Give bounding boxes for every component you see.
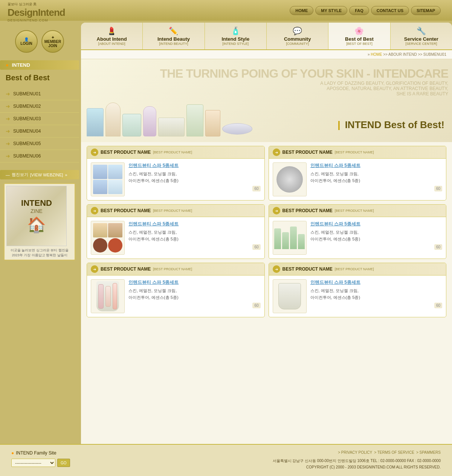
breadcrumb-home[interactable]: HOME	[371, 52, 382, 57]
login-button[interactable]: 👤 LOGIN	[15, 30, 38, 53]
footer-copyright: COPYRIGHT (C) 2000 - 2003 DESIGNINTEND.C…	[273, 464, 441, 470]
product-count-1: 60	[252, 186, 260, 191]
product-name-1[interactable]: 인텐드뷰티 스파 5종세트	[128, 162, 261, 169]
nav-btn-home[interactable]: HOME	[290, 6, 313, 15]
webzine-zine: ZINE	[31, 208, 43, 214]
footer-address-text: 서울특별시 강남구 신사동 000-00번지 인텐드빌딩 1006호 TEL :…	[273, 458, 441, 464]
tab-intend-beauty[interactable]: ✏️ Intend Beauty [INTEND BEAUTY]	[143, 23, 205, 49]
logo-intend: Intend	[38, 7, 65, 18]
tab-name-service: Service Center	[392, 36, 450, 42]
sidebar-menu-item-1[interactable]: ➜ SUBMENU01	[0, 88, 79, 100]
product-body-2: 인텐드뷰티 스파 5종세트 스킨, 에멀전, 모닝젤 크림,아이컨투어, 에센스…	[269, 159, 446, 200]
arrow-icon-5: ➜	[6, 141, 10, 147]
nav-tabs: 💄 About Intend [ABOUT INTEND] ✏️ Intend …	[81, 23, 452, 50]
webzine-image: INTEND ZINE 🏠	[6, 186, 67, 246]
menu-label-6: SUBMENU06	[13, 153, 41, 159]
sidebar-menu-item-6[interactable]: ➜ SUBMENU06	[0, 150, 79, 162]
nav-btn-faq[interactable]: FAQ	[349, 6, 369, 15]
tab-name-style: Intend Style	[207, 36, 264, 42]
member-join-button[interactable]: ✦ MEMBER JOIN	[41, 30, 64, 53]
product-body-3: 인텐드뷰티 스파 5종세트 스킨, 에멀전, 모닝젤 크림,아이컨투어, 에센스…	[87, 217, 264, 259]
tab-intend-style[interactable]: 🧴 Intend Style [INTEND STYLE]	[205, 23, 267, 49]
product-body-5: 인텐드뷰티 스파 5종세트 스킨, 에멀전, 모닝젤 크림,아이컨투어, 에센스…	[87, 275, 264, 317]
products-section: ➜ BEST PRODUCT NAME [BEST PRODUCT NAME]	[81, 142, 452, 321]
hero-title-text: INTEND Best of Best!	[345, 119, 444, 130]
footer-family-title: ● INTEND Family Site	[11, 450, 70, 456]
tab-sub-best: [BEST OF BEST]	[330, 42, 388, 46]
product-thumb-3	[91, 221, 125, 255]
product-title-main-3: BEST PRODUCT NAME	[101, 208, 151, 213]
nav-btn-contact[interactable]: CONTACT US	[371, 6, 409, 15]
menu-label-3: SUBMENU03	[13, 116, 41, 121]
member-label: MEMBER	[44, 40, 61, 44]
product-info-2: 인텐드뷰티 스파 5종세트 스킨, 에멀전, 모닝젤 크림,아이컨투어, 에센스…	[310, 162, 443, 196]
tab-name-beauty: Intend Beauty	[145, 36, 202, 42]
footer-right: PRIVACY POLICY TERMS OF SERVICE SPAMMERS…	[273, 450, 441, 470]
product-card-2: ➜ BEST PRODUCT NAME [BEST PRODUCT NAME] …	[269, 146, 447, 201]
menu-label-4: SUBMENU04	[13, 129, 41, 134]
sidebar-menu-item-5[interactable]: ➜ SUBMENU05	[0, 138, 79, 150]
webzine-label: 웹진보기	[12, 172, 28, 178]
product-name-6[interactable]: 인텐드뷰티 스파 5종세트	[310, 279, 443, 286]
top-navigation: 꽃보다 싱그러운 美 DesignIntend DESIGNINTEND.COM…	[0, 0, 452, 21]
footer: ● INTEND Family Site -------------------…	[0, 444, 452, 476]
product-card-3: ➜ BEST PRODUCT NAME [BEST PRODUCT NAME] …	[87, 204, 265, 259]
arrow-circle-5: ➜	[91, 265, 98, 273]
sidebar-menu-item-3[interactable]: ➜ SUBMENU03	[0, 113, 79, 125]
sidebar-section-subtitle: Best of Best	[0, 72, 79, 88]
tab-icon-about: 💄	[83, 26, 140, 35]
sidebar-menu-item-2[interactable]: ➜ SUBMENU02	[0, 100, 79, 113]
webzine-dash: —	[6, 173, 10, 177]
logo-tagline: 꽃보다 싱그러운 美	[8, 2, 65, 7]
product-desc-1: 스킨, 에멀전, 모닝젤 크림,아이컨투어, 에센스(총 5종)	[128, 171, 261, 184]
product-header-2: ➜ BEST PRODUCT NAME [BEST PRODUCT NAME]	[269, 146, 446, 159]
product-card-4: ➜ BEST PRODUCT NAME [BEST PRODUCT NAME] …	[269, 204, 447, 259]
product-header-3: ➜ BEST PRODUCT NAME [BEST PRODUCT NAME]	[87, 205, 264, 217]
tab-sub-style: [INTEND STYLE]	[207, 42, 264, 46]
product-title-sub-3: [BEST PRODUCT NAME]	[153, 209, 192, 213]
webzine-icon: 🏠	[27, 216, 46, 234]
footer-family-select[interactable]: -------------------	[11, 459, 55, 467]
sidebar-menu-item-4[interactable]: ➜ SUBMENU04	[0, 125, 79, 138]
tab-community[interactable]: 💬 Community [COMMUNITY]	[267, 23, 328, 49]
product-header-5: ➜ BEST PRODUCT NAME [BEST PRODUCT NAME]	[87, 263, 264, 275]
product-desc-6: 스킨, 에멀전, 모닝젤 크림,아이컨투어, 에센스(총 5종)	[310, 288, 443, 301]
product-header-1: ➜ BEST PRODUCT NAME [BEST PRODUCT NAME]	[87, 146, 264, 159]
nav-btn-mystyle[interactable]: MY STYLE	[315, 6, 347, 15]
footer-family-label: INTEND Family Site	[16, 450, 56, 456]
product-header-4: ➜ BEST PRODUCT NAME [BEST PRODUCT NAME]	[269, 205, 446, 217]
product-thumb-6	[273, 279, 307, 313]
footer-privacy[interactable]: PRIVACY POLICY	[338, 450, 372, 455]
footer-links: PRIVACY POLICY TERMS OF SERVICE SPAMMERS	[273, 450, 441, 455]
login-label: LOGIN	[20, 41, 32, 46]
product-title-main-2: BEST PRODUCT NAME	[282, 150, 333, 155]
tab-about-intend[interactable]: 💄 About Intend [ABOUT INTEND]	[81, 23, 143, 49]
logo-design: Design	[8, 7, 38, 18]
tab-icon-service: 🔧	[392, 26, 450, 35]
hero-product-cluster	[81, 59, 304, 142]
arrow-icon-1: ➜	[6, 91, 10, 97]
webzine-box[interactable]: INTEND ZINE 🏠 이곳을 눌러보면 싱그러운 뷰티 웹진을 2023年…	[4, 183, 75, 260]
product-title-sub-2: [BEST PRODUCT NAME]	[335, 150, 374, 154]
footer-spammers[interactable]: SPAMMERS	[416, 450, 441, 455]
tab-best-of-best[interactable]: 🌸 Best of Best [BEST OF BEST]	[328, 23, 390, 49]
product-name-2[interactable]: 인텐드뷰티 스파 5종세트	[310, 162, 443, 169]
footer-terms[interactable]: TERMS OF SERVICE	[374, 450, 414, 455]
product-title-sub-4: [BEST PRODUCT NAME]	[335, 209, 374, 213]
product-name-4[interactable]: 인텐드뷰티 스파 5종세트	[310, 221, 443, 227]
logo-url: DESIGNINTEND.COM	[8, 18, 65, 22]
arrow-icon-6: ➜	[6, 153, 10, 159]
product-name-3[interactable]: 인텐드뷰티 스파 5종세트	[128, 221, 261, 227]
footer-bullet: ●	[11, 450, 14, 456]
tab-service-center[interactable]: 🔧 Service Center [SERVICE CENTER]	[391, 23, 452, 49]
footer-dropdown: ------------------- GO	[11, 459, 70, 467]
nav-btn-sitemap[interactable]: SITEMAP	[411, 6, 441, 15]
product-name-5[interactable]: 인텐드뷰티 스파 5종세트	[128, 279, 261, 286]
member-icon: ✦	[51, 35, 54, 40]
tab-name-about: About Intend	[83, 36, 140, 42]
hero-banner: THE TURNING POING OF YOUR SKIN - INTENDC…	[81, 59, 452, 142]
breadcrumb-section: ABOUR INTEND	[388, 52, 417, 57]
footer-go-button[interactable]: GO	[57, 459, 70, 467]
product-card-5: ➜ BEST PRODUCT NAME [BEST PRODUCT NAME]	[87, 263, 265, 317]
tab-icon-style: 🧴	[207, 26, 264, 35]
